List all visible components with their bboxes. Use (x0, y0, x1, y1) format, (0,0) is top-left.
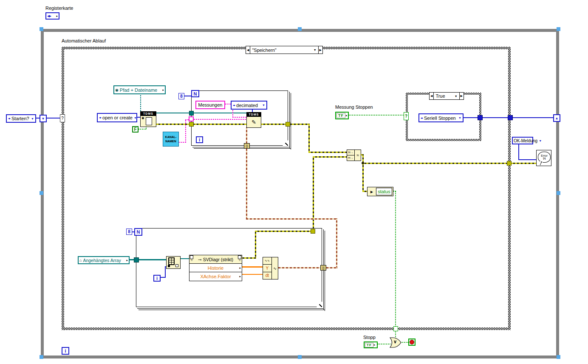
error-handler-node[interactable]: Error ?! (536, 150, 551, 166)
messung-stoppen-terminal[interactable]: TF ▸ (335, 112, 349, 119)
build-waveform-node[interactable]: ∿∿ Y dt ∿ (263, 257, 278, 279)
selection-handle-bottom-left[interactable] (40, 355, 43, 359)
selection-handle-top-right[interactable] (557, 27, 560, 31)
wire-waveform-h[interactable] (246, 218, 337, 220)
selection-handle-mid-right[interactable] (557, 191, 560, 195)
property-row-xachse[interactable]: XAchse.Faktor ▸ (189, 272, 242, 281)
starten-enum-control[interactable]: ◂▸ Starten? ▼ (6, 114, 36, 123)
wire-xachse[interactable] (242, 274, 263, 275)
i-terminal-while[interactable]: i (62, 347, 69, 355)
case-border-bottom[interactable] (62, 327, 511, 330)
wire-messungen-3[interactable] (232, 117, 246, 118)
tunnel-seriell-innercase[interactable] (478, 115, 483, 120)
wire-stopp[interactable] (378, 344, 391, 344)
inner-case-border-bottom[interactable] (406, 139, 481, 141)
wire-i-index-2[interactable] (165, 267, 166, 278)
or-gate-node[interactable]: ∨ (390, 337, 401, 348)
inner-case-next-icon[interactable]: ▶ (459, 93, 464, 99)
angehaengtes-array-control[interactable]: ⌂ Angehängtes Array ▸ (78, 256, 130, 264)
count-constant-top[interactable]: 8 (178, 93, 184, 99)
wire-waveform-right-v[interactable] (336, 218, 337, 268)
wire-seriell-3[interactable] (513, 117, 553, 118)
wire-seriell-1[interactable] (464, 117, 478, 118)
selection-handle-bottom-mid[interactable] (298, 355, 302, 359)
inner-case-prev-icon[interactable]: ◀ (430, 93, 434, 99)
case-selector-terminal[interactable]: ? (60, 114, 65, 122)
seriell-dropdown-icon[interactable]: ▼ (458, 116, 461, 119)
tunnel-error-in[interactable] (189, 122, 194, 127)
wire-error-bottomloop-h[interactable] (255, 231, 313, 232)
status-element[interactable]: status (376, 188, 392, 195)
tunnel-waveform-bottomloop[interactable]: [] (320, 265, 326, 271)
case-selector-value[interactable]: "Speichern" ▼ (250, 46, 318, 54)
pfad-dateiname-control[interactable]: ◉ Pfad + Dateiname ▸ (113, 85, 166, 94)
seriell-stoppen-enum[interactable]: ◂▸ Seriell Stoppen ▼ (418, 113, 464, 122)
n-terminal-top[interactable]: N (191, 90, 199, 97)
tunnel-waveform-toploop[interactable]: [] (244, 143, 250, 149)
tunnel-error-bottomloop[interactable] (311, 229, 315, 234)
wire-error-propnode[interactable] (240, 257, 256, 259)
inner-case-selector-value[interactable]: True ▼ (434, 93, 459, 99)
tunnel-status-case-bottom[interactable] (393, 326, 398, 331)
wire-error-branch-v[interactable] (362, 154, 364, 192)
loop-condition-terminal[interactable] (408, 339, 416, 346)
n-terminal-bottom[interactable]: N (134, 228, 142, 236)
decimated-ring[interactable]: ◂▸ decimated ▼ (231, 101, 267, 110)
tunnel-error-case-right[interactable] (507, 161, 512, 166)
case-border-right[interactable] (508, 47, 511, 330)
tunnel-refnum[interactable] (189, 111, 194, 116)
ok-meldung-ring[interactable]: OK-Meldung ▼ (512, 137, 533, 144)
wire-openorcreate[interactable] (137, 117, 140, 118)
case-next-icon[interactable]: ▶ (318, 46, 322, 54)
inner-case-selector[interactable]: ◀ True ▼ ▶ (429, 92, 464, 100)
index-array-node[interactable] (166, 256, 181, 269)
decimated-dropdown-icon[interactable]: ▼ (262, 104, 265, 107)
kanal-namen-subvi[interactable]: KANAL- NAMEN (163, 132, 179, 147)
tdms-open-node[interactable]: TDMS ✱ (140, 111, 156, 127)
wire-seriell-2[interactable] (483, 117, 508, 118)
tab-control-terminal[interactable]: ◀▶ ▸ (45, 12, 59, 20)
wire-error-bottomloop-v[interactable] (255, 231, 256, 259)
wire-eight-n-top[interactable] (184, 96, 191, 96)
open-or-create-dropdown-icon[interactable]: ▼ (134, 116, 137, 119)
wire-okmeldung-v[interactable] (518, 144, 519, 160)
wire-waveform-build-out[interactable] (278, 267, 321, 268)
tunnel-error-out-toploop[interactable] (286, 122, 290, 127)
unbundle-status-node[interactable]: ► status (367, 187, 393, 196)
false-constant[interactable]: F (132, 126, 139, 133)
merge-errors-node[interactable]: ?!→ ?!→ ?! (347, 150, 361, 161)
wire-okmeldung-h[interactable] (518, 159, 537, 160)
i-terminal-top[interactable]: i (196, 136, 203, 143)
count-constant-bottom[interactable]: 8 (126, 229, 132, 235)
wire-starten[interactable] (36, 118, 40, 119)
inner-case-dropdown-icon[interactable]: ▼ (455, 95, 458, 98)
wire-messung-stoppen[interactable] (349, 115, 404, 116)
tunnel-string-array[interactable] (189, 116, 194, 121)
for-loop-top[interactable] (191, 90, 288, 146)
inner-case-selector-terminal[interactable]: ? (404, 112, 409, 120)
selection-handle-top-mid[interactable] (298, 27, 302, 31)
case-prev-icon[interactable]: ◀ (246, 46, 250, 54)
shift-register-left[interactable]: ▼ (40, 115, 47, 122)
open-or-create-ring[interactable]: ◂▸ open or create ▼ (97, 113, 137, 122)
wire-error-down-merge[interactable] (308, 124, 310, 153)
selection-handle-mid-left[interactable] (40, 191, 43, 195)
wire-status-2[interactable] (395, 191, 396, 340)
wire-kanal-array[interactable] (194, 119, 246, 120)
shift-register-right[interactable]: ▲ (553, 114, 560, 122)
case-border-left[interactable] (62, 47, 64, 330)
ok-meldung-dropdown-icon[interactable]: ▼ (539, 139, 542, 142)
property-row-historie[interactable]: Historie ▸ (189, 264, 242, 272)
wire-error-open-write[interactable] (156, 124, 246, 125)
tunnel-seriell-outercase[interactable] (508, 115, 513, 120)
wire-pfad-path[interactable] (140, 94, 141, 111)
tunnel-array-refs[interactable] (134, 257, 139, 262)
messungen-string-constant[interactable]: Messungen (195, 101, 225, 109)
wire-error-to-handler[interactable] (511, 163, 537, 164)
stopp-terminal[interactable]: TF ▸ (364, 341, 378, 348)
wire-historie[interactable] (242, 266, 263, 268)
tdms-write-node[interactable]: TDMS ✎ (246, 112, 261, 127)
starten-dropdown-icon[interactable]: ▼ (31, 117, 34, 120)
wire-waveform-into-write[interactable] (246, 127, 247, 144)
i-terminal-bottom[interactable]: i (153, 275, 161, 282)
